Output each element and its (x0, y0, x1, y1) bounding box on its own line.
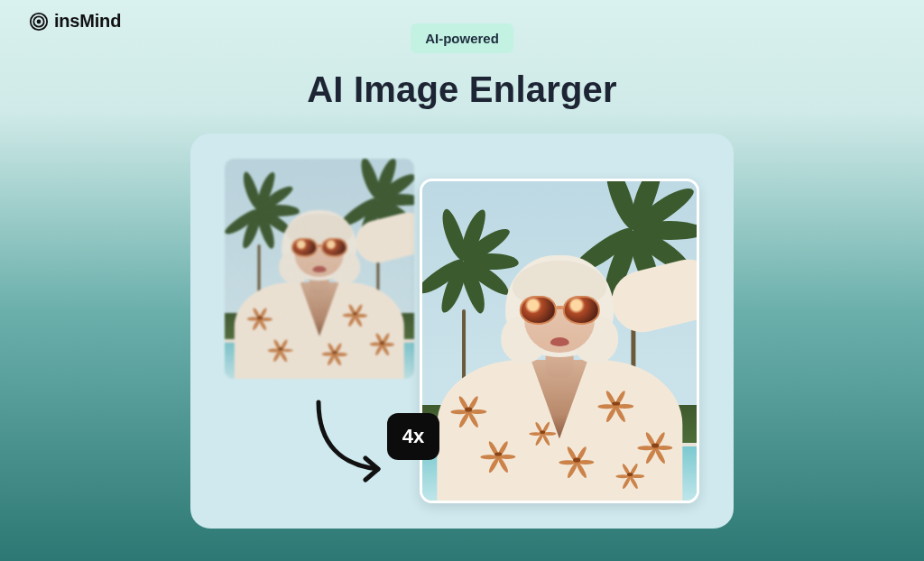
scale-badge: 4x (387, 413, 439, 460)
feature-badge: AI-powered (411, 23, 513, 53)
before-image (225, 159, 414, 379)
arrow-icon (300, 395, 400, 494)
demo-card: 4x (190, 133, 734, 529)
page-title: AI Image Enlarger (0, 69, 924, 110)
after-image (420, 179, 699, 503)
page-header: AI-powered AI Image Enlarger (0, 23, 924, 110)
